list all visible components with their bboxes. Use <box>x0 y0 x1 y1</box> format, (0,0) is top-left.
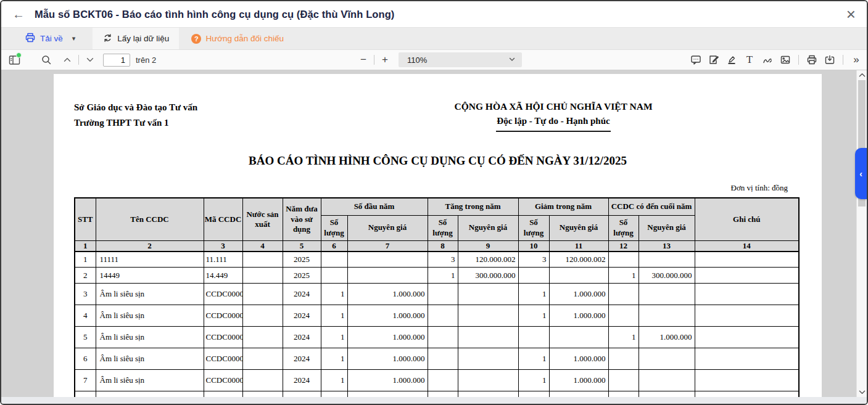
save-download-button[interactable] <box>822 52 838 68</box>
table-cell <box>695 348 799 370</box>
header-nguyen-gia: Nguyên giá <box>549 215 608 240</box>
sidebar-toggle-button[interactable] <box>6 52 22 68</box>
table-cell: 1 <box>321 348 347 370</box>
column-number-row: 1234567891011121314 <box>75 240 799 252</box>
zoom-out-button[interactable]: − <box>356 54 371 66</box>
column-number-cell: 14 <box>695 240 799 252</box>
table-cell: CCDC000004 <box>204 370 242 391</box>
table-cell <box>321 268 347 284</box>
zoom-in-button[interactable]: + <box>378 54 392 66</box>
header-ten-ccdc: Tên CCDC <box>96 198 204 240</box>
table-cell <box>695 370 799 391</box>
table-cell <box>639 305 695 327</box>
table-row: 7Âm li siêu sịnCCDC000004202411.000.0001… <box>75 370 799 391</box>
table-cell: 1 <box>518 348 549 370</box>
page-total-label: trên 2 <box>136 55 156 65</box>
table-cell <box>608 348 639 370</box>
table-cell: 300.000.000 <box>639 268 695 284</box>
table-cell: 2024 <box>283 284 321 305</box>
org-name-line1: Sở Giáo dục và Đào tạo Tư vấn <box>74 100 197 115</box>
table-cell <box>458 284 518 305</box>
column-number-cell: 10 <box>518 240 549 252</box>
collapse-panel-tab[interactable]: ‹ <box>855 148 867 199</box>
zoom-level-value: 110% <box>407 55 427 65</box>
header-tang-trong-nam: Tăng trong năm <box>428 198 518 215</box>
table-cell: 14.449 <box>204 268 242 284</box>
back-icon[interactable]: ← <box>12 8 25 20</box>
table-cell <box>347 252 428 268</box>
draw-tool-button[interactable] <box>759 52 775 68</box>
scroll-up-icon[interactable] <box>857 71 867 80</box>
org-name-line2: Trường THPT Tư vấn 1 <box>74 115 197 131</box>
table-cell: 1.000.000 <box>347 284 428 305</box>
pdf-toolbar: trên 2 − + 110% <box>1 49 867 70</box>
toolbar-divider <box>78 55 79 65</box>
header-nguyen-gia: Nguyên giá <box>347 215 428 240</box>
more-tools-button[interactable]: » <box>848 52 864 68</box>
table-row: 4Âm li siêu sịnCCDC000003202411.000.0001… <box>75 305 799 327</box>
table-cell: 1.000.000 <box>347 348 428 370</box>
motto-line2: Độc lập - Tự do - Hạnh phúc <box>399 116 708 126</box>
table-cell <box>639 284 695 305</box>
page-number-input[interactable] <box>103 54 130 67</box>
table-cell <box>608 370 639 391</box>
text-tool-button[interactable]: T <box>742 52 758 68</box>
search-button[interactable] <box>38 52 54 68</box>
print-button[interactable] <box>804 52 820 68</box>
image-tool-button[interactable] <box>777 52 793 68</box>
header-nguyen-gia: Nguyên giá <box>458 215 518 240</box>
signature-tool-button[interactable] <box>706 52 722 68</box>
table-cell: 6 <box>75 348 96 370</box>
download-caret-icon[interactable]: ▾ <box>72 35 76 43</box>
table-cell: 1 <box>321 305 347 327</box>
table-cell <box>242 252 283 268</box>
prev-page-button[interactable] <box>59 52 75 68</box>
table-cell: 2024 <box>283 370 321 391</box>
highlighter-tool-button[interactable] <box>724 52 740 68</box>
header-so-luong: Số lượng <box>518 215 549 240</box>
table-cell <box>458 327 518 348</box>
column-number-cell: 11 <box>549 240 608 252</box>
header-nam-dua-vao: Năm đưa vào sử dụng <box>283 198 321 240</box>
column-number-cell: 7 <box>347 240 428 252</box>
chevron-left-icon: ‹ <box>859 169 862 179</box>
table-cell: Âm li siêu sịn <box>96 348 204 370</box>
status-green-dot <box>16 52 22 58</box>
vertical-scrollbar[interactable] <box>856 70 867 397</box>
download-button[interactable]: Tải về ▾ <box>17 28 83 49</box>
zoom-level-select[interactable]: 110% <box>399 52 522 67</box>
table-cell <box>242 268 283 284</box>
table-cell: 1 <box>518 305 549 327</box>
table-cell <box>458 348 518 370</box>
scroll-down-icon[interactable] <box>857 388 867 396</box>
guide-button[interactable]: ? Hướng dẫn đối chiếu <box>184 28 291 49</box>
header-nuoc-san-xuat: Nước sản xuất <box>242 198 283 240</box>
table-cell <box>242 327 283 348</box>
header-nguyen-gia: Nguyên giá <box>639 215 695 240</box>
table-cell: 2024 <box>283 348 321 370</box>
comment-tool-button[interactable] <box>688 52 704 68</box>
table-cell: CCDC000005 <box>204 327 242 348</box>
report-title: BÁO CÁO TÌNH HÌNH CÔNG CỤ DỤNG CỤ CÓ ĐẾN… <box>54 154 822 168</box>
table-cell: CCDC000002 <box>204 284 242 305</box>
header-ma-ccdc: Mã CCDC <box>204 198 242 240</box>
report-table: STT Tên CCDC Mã CCDC Nước sản xuất Năm đ… <box>74 197 800 404</box>
table-cell: 2025 <box>283 252 321 268</box>
table-cell: 300.000.000 <box>458 268 518 284</box>
header-ccdc-cuoi-nam: CCDC có đến cuối năm <box>608 198 695 215</box>
table-cell: 120.000.002 <box>549 252 608 268</box>
table-cell: 3 <box>518 252 549 268</box>
toolbar-divider <box>374 55 374 65</box>
close-icon[interactable]: × <box>846 6 856 22</box>
table-cell: 11.111 <box>204 252 242 268</box>
table-cell <box>518 327 549 348</box>
document-page: Sở Giáo dục và Đào tạo Tư vấn Trường THP… <box>54 74 822 404</box>
table-cell: 4 <box>75 305 96 327</box>
table-cell <box>608 252 639 268</box>
header-so-dau-nam: Số đầu năm <box>321 198 428 215</box>
table-cell <box>428 284 458 305</box>
next-page-button[interactable] <box>82 52 98 68</box>
refresh-data-button[interactable]: Lấy lại dữ liệu <box>93 28 179 49</box>
table-cell: 1 <box>428 268 458 284</box>
toolbar-divider <box>798 55 799 65</box>
